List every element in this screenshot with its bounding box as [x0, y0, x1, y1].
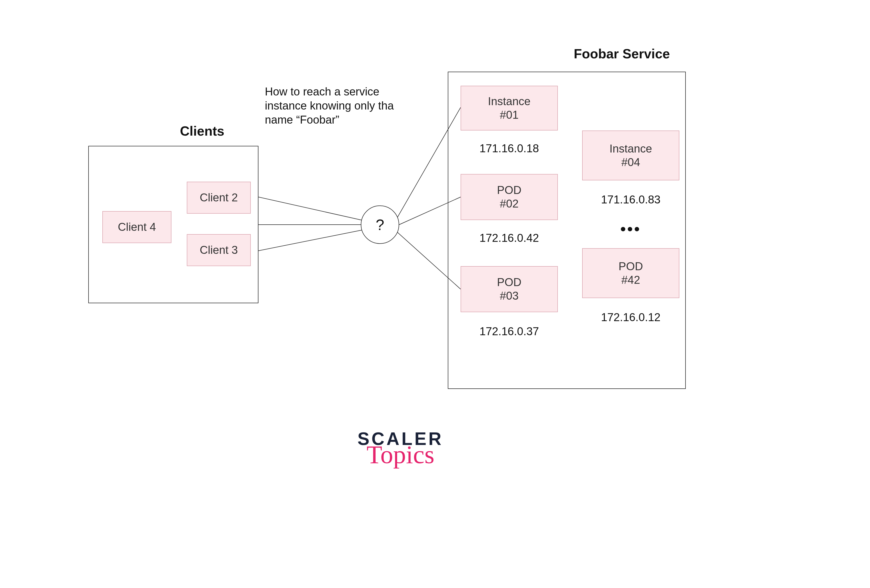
- svg-line-1: [258, 229, 367, 251]
- scaler-logo: SCALER Topics: [346, 430, 456, 466]
- client-2-label: Client 2: [198, 191, 240, 204]
- instance-04-box: Instance #04: [582, 131, 679, 180]
- instance-04-ip: 171.16.0.83: [582, 193, 679, 206]
- client-4-label: Client 4: [116, 220, 158, 234]
- client-4-box: Client 4: [102, 211, 171, 243]
- svg-line-0: [258, 197, 367, 221]
- pod-03-label: POD #03: [495, 275, 523, 303]
- pod-02-box: POD #02: [460, 174, 558, 220]
- question-circle: ?: [361, 205, 399, 244]
- pod-42-box: POD #42: [582, 248, 679, 298]
- pod-02-ip: 172.16.0.42: [460, 232, 558, 244]
- pod-03-ip: 172.16.0.37: [460, 325, 558, 338]
- question-note: How to reach a service instance knowing …: [265, 85, 403, 127]
- pod-02-label: POD #02: [495, 183, 523, 211]
- instance-01-ip: 171.16.0.18: [460, 142, 558, 155]
- client-3-label: Client 3: [198, 243, 240, 257]
- pod-03-box: POD #03: [460, 266, 558, 312]
- instance-04-label: Instance #04: [608, 142, 654, 169]
- instance-01-box: Instance #01: [460, 86, 558, 131]
- question-mark: ?: [375, 216, 384, 234]
- pod-42-ip: 172.16.0.12: [582, 311, 679, 324]
- client-3-box: Client 3: [187, 234, 251, 266]
- service-title: Foobar Service: [545, 46, 699, 61]
- pod-42-label: POD #42: [617, 260, 645, 287]
- ellipsis-dots: •••: [582, 220, 679, 238]
- clients-title: Clients: [151, 124, 253, 139]
- client-2-box: Client 2: [187, 182, 251, 214]
- instance-01-label: Instance #01: [486, 95, 532, 122]
